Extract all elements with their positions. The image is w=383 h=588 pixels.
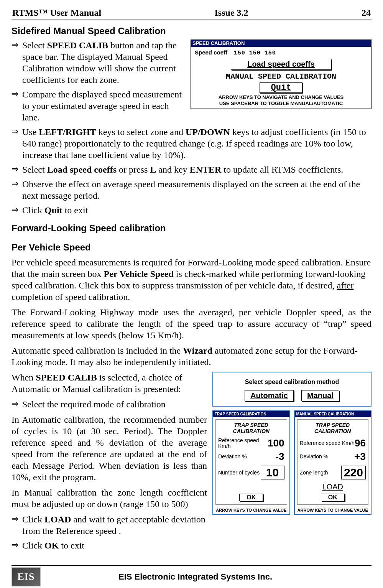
header-center: Issue 3.2 <box>215 8 248 18</box>
ref-speed-value: 100 <box>268 437 284 449</box>
section-title-forward: Forward-Looking Speed calibration <box>12 223 371 234</box>
list-item: Compare the displayed speed measurement … <box>12 89 371 123</box>
deviation-value: +3 <box>354 451 366 463</box>
load-button[interactable]: LOAD <box>300 483 366 491</box>
header-left: RTMS™ User Manual <box>12 8 101 18</box>
list-item: Select SPEED CALIB button and tap the sp… <box>12 40 371 86</box>
select-method-title: Select speed calibration method <box>217 379 367 385</box>
panel-titlebar: TRAP SPEED CALIBRATION <box>213 411 289 417</box>
cycles-label: Number of cycles <box>218 470 260 476</box>
paragraph: Per vehicle speed measurements is requir… <box>12 257 371 303</box>
subheading-per-vehicle: Per Vehicle Speed <box>12 242 371 253</box>
panel-footer: ARROW KEYS TO CHANGE VALUE <box>213 507 289 514</box>
list-item: Click Quit to exit <box>12 204 371 216</box>
panel-subtitle: TRAP SPEED CALIBRATION <box>300 422 366 434</box>
list-item: Use LEFT/RIGHT keys to select zone and U… <box>12 126 371 161</box>
panel-titlebar: MANUAL SPEED CALIBRATION <box>295 411 371 417</box>
ref-speed-label: Reference speed Km/h <box>300 440 355 446</box>
section-title-sidefired: Sidefired Manual Speed Calibration <box>12 26 371 36</box>
list-item: Select the required mode of calibration <box>12 399 371 410</box>
footer-text: EIS Electronic Integrated Systems Inc. <box>48 572 371 582</box>
ref-speed-label: Reference speed Km/h <box>218 438 268 449</box>
cycles-input[interactable]: 10 <box>261 466 284 479</box>
page-footer: EIS EIS Electronic Integrated Systems In… <box>12 566 371 586</box>
eis-logo: EIS <box>12 567 41 586</box>
list-item: Click OK to exit <box>12 540 371 551</box>
ok-button[interactable]: OK <box>239 494 263 501</box>
panel-footer: ARROW KEYS TO CHANGE VALUE <box>295 507 371 514</box>
ok-button[interactable]: OK <box>321 494 345 501</box>
zone-length-input[interactable]: 220 <box>341 466 366 479</box>
page-header: RTMS™ User Manual Issue 3.2 24 <box>12 8 371 20</box>
panel-subtitle: TRAP SPEED CALIBRATION <box>218 422 284 434</box>
paragraph: Automatic speed calibration is included … <box>12 345 371 368</box>
paragraph: The Forward-Looking Highway mode uses th… <box>12 306 371 341</box>
trap-speed-panel-auto: TRAP SPEED CALIBRATION TRAP SPEED CALIBR… <box>212 410 290 515</box>
deviation-value: -3 <box>275 451 284 463</box>
trap-speed-panel-manual: MANUAL SPEED CALIBRATION TRAP SPEED CALI… <box>294 410 372 515</box>
list-item: Observe the effect on average speed meas… <box>12 178 371 201</box>
ref-speed-value: 96 <box>355 437 366 449</box>
zone-length-label: Zone length <box>300 470 328 476</box>
deviation-label: Deviation % <box>300 454 329 460</box>
deviation-label: Deviation % <box>218 454 247 460</box>
header-right: 24 <box>362 8 371 18</box>
list-item: Select Load speed coeffs or press L and … <box>12 164 371 175</box>
list-item: Click LOAD and wait to get acceptable de… <box>12 514 371 537</box>
figure-speed-method: Select speed calibration method Automati… <box>212 372 371 515</box>
